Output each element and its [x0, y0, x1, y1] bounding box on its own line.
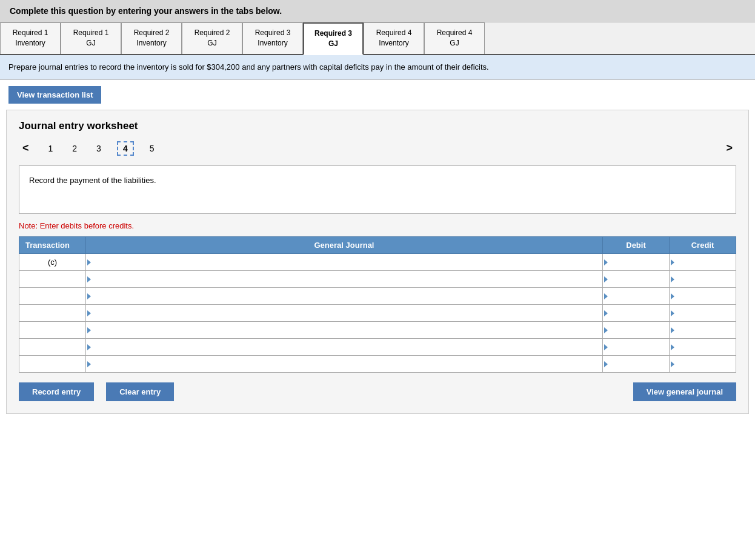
- gj-cell[interactable]: [86, 322, 603, 339]
- tab-req3-inventory[interactable]: Required 3Inventory: [242, 22, 303, 54]
- page-2[interactable]: 2: [68, 142, 81, 155]
- col-header-transaction: Transaction: [19, 237, 86, 254]
- credit-cell[interactable]: [670, 339, 736, 356]
- tab-req2-gj[interactable]: Required 2GJ: [182, 22, 242, 54]
- col-header-general-journal: General Journal: [86, 237, 603, 254]
- credit-marker-icon: [671, 310, 674, 316]
- gj-cell[interactable]: [86, 271, 603, 288]
- prev-page-arrow[interactable]: <: [19, 141, 33, 156]
- credit-marker-icon: [671, 259, 674, 265]
- table-row: [19, 339, 736, 356]
- credit-marker-icon: [671, 276, 674, 282]
- col-header-credit: Credit: [670, 237, 736, 254]
- transaction-cell: [19, 305, 86, 322]
- credit-marker-icon: [671, 327, 674, 333]
- page-1[interactable]: 1: [45, 142, 57, 155]
- table-row: [19, 271, 736, 288]
- page-5[interactable]: 5: [146, 142, 158, 155]
- debit-cell[interactable]: [603, 339, 670, 356]
- credit-input-2[interactable]: [679, 275, 729, 284]
- tab-req3-gj[interactable]: Required 3GJ: [303, 22, 364, 55]
- gj-input-6[interactable]: [96, 342, 579, 352]
- gj-input-3[interactable]: [96, 292, 579, 301]
- gj-input-1[interactable]: [96, 258, 579, 267]
- banner-text: Complete this question by entering your …: [10, 6, 282, 16]
- credit-cell[interactable]: [670, 356, 736, 373]
- debit-input-3[interactable]: [613, 292, 662, 301]
- tab-req4-gj[interactable]: Required 4GJ: [424, 22, 485, 54]
- credit-input-1[interactable]: [679, 258, 729, 267]
- tabs-row: Required 1Inventory Required 1GJ Require…: [0, 22, 755, 55]
- instruction-banner: Complete this question by entering your …: [0, 0, 755, 22]
- gj-cell[interactable]: [86, 288, 603, 305]
- entry-note: Note: Enter debits before credits.: [19, 221, 736, 230]
- transaction-cell: [19, 288, 86, 305]
- row-marker-icon: [87, 310, 91, 316]
- credit-cell[interactable]: [670, 254, 736, 271]
- credit-input-4[interactable]: [679, 308, 729, 318]
- debit-input-5[interactable]: [613, 325, 662, 335]
- credit-input-5[interactable]: [679, 325, 729, 335]
- tab-req4-inventory[interactable]: Required 4Inventory: [364, 22, 424, 54]
- transaction-cell: [19, 339, 86, 356]
- credit-cell[interactable]: [670, 305, 736, 322]
- debit-marker-icon: [604, 327, 608, 333]
- worksheet-container: Journal entry worksheet < 1 2 3 4 5 > Re…: [6, 110, 749, 414]
- view-transaction-button[interactable]: View transaction list: [8, 86, 101, 104]
- row-marker-icon: [87, 276, 91, 282]
- debit-cell[interactable]: [603, 254, 670, 271]
- table-row: [19, 288, 736, 305]
- pagination-nav: < 1 2 3 4 5 >: [19, 141, 736, 156]
- credit-marker-icon: [671, 293, 674, 299]
- debit-cell[interactable]: [603, 288, 670, 305]
- gj-cell[interactable]: [86, 305, 603, 322]
- record-entry-button[interactable]: Record entry: [19, 382, 94, 401]
- entry-description: Record the payment of the liabilities.: [19, 165, 736, 214]
- debit-marker-icon: [604, 310, 608, 316]
- credit-cell[interactable]: [670, 271, 736, 288]
- next-page-arrow[interactable]: >: [722, 141, 736, 156]
- col-header-debit: Debit: [603, 237, 670, 254]
- credit-marker-icon: [671, 344, 674, 350]
- debit-cell[interactable]: [603, 271, 670, 288]
- gj-input-2[interactable]: [96, 275, 579, 284]
- credit-cell[interactable]: [670, 322, 736, 339]
- view-general-journal-button[interactable]: View general journal: [633, 382, 736, 401]
- credit-cell[interactable]: [670, 288, 736, 305]
- gj-input-7[interactable]: [96, 359, 579, 368]
- instruction-text: Prepare journal entries to record the in…: [8, 62, 489, 72]
- clear-entry-button[interactable]: Clear entry: [106, 382, 174, 401]
- gj-input-4[interactable]: [96, 308, 579, 318]
- table-row: (c): [19, 254, 736, 271]
- debit-cell[interactable]: [603, 356, 670, 373]
- debit-marker-icon: [604, 276, 608, 282]
- table-row: [19, 322, 736, 339]
- tab-req1-inventory[interactable]: Required 1Inventory: [0, 22, 61, 54]
- gj-input-5[interactable]: [96, 325, 579, 335]
- tab-req2-inventory[interactable]: Required 2Inventory: [121, 22, 182, 54]
- transaction-cell: [19, 322, 86, 339]
- worksheet-title: Journal entry worksheet: [19, 120, 736, 132]
- credit-input-7[interactable]: [679, 359, 729, 368]
- credit-input-3[interactable]: [679, 292, 729, 301]
- row-marker-icon: [87, 259, 91, 265]
- debit-cell[interactable]: [603, 305, 670, 322]
- debit-input-1[interactable]: [613, 258, 662, 267]
- transaction-cell: (c): [19, 254, 86, 271]
- debit-marker-icon: [604, 259, 608, 265]
- debit-input-7[interactable]: [613, 359, 662, 368]
- row-marker-icon: [87, 293, 91, 299]
- gj-cell[interactable]: [86, 254, 603, 271]
- debit-input-6[interactable]: [613, 342, 662, 352]
- row-marker-icon: [87, 344, 91, 350]
- tab-req1-gj[interactable]: Required 1GJ: [61, 22, 121, 54]
- page-4[interactable]: 4: [117, 141, 134, 156]
- page-3[interactable]: 3: [93, 142, 105, 155]
- debit-marker-icon: [604, 293, 608, 299]
- credit-input-6[interactable]: [679, 342, 729, 352]
- debit-cell[interactable]: [603, 322, 670, 339]
- debit-input-4[interactable]: [613, 308, 662, 318]
- debit-input-2[interactable]: [613, 275, 662, 284]
- gj-cell[interactable]: [86, 339, 603, 356]
- gj-cell[interactable]: [86, 356, 603, 373]
